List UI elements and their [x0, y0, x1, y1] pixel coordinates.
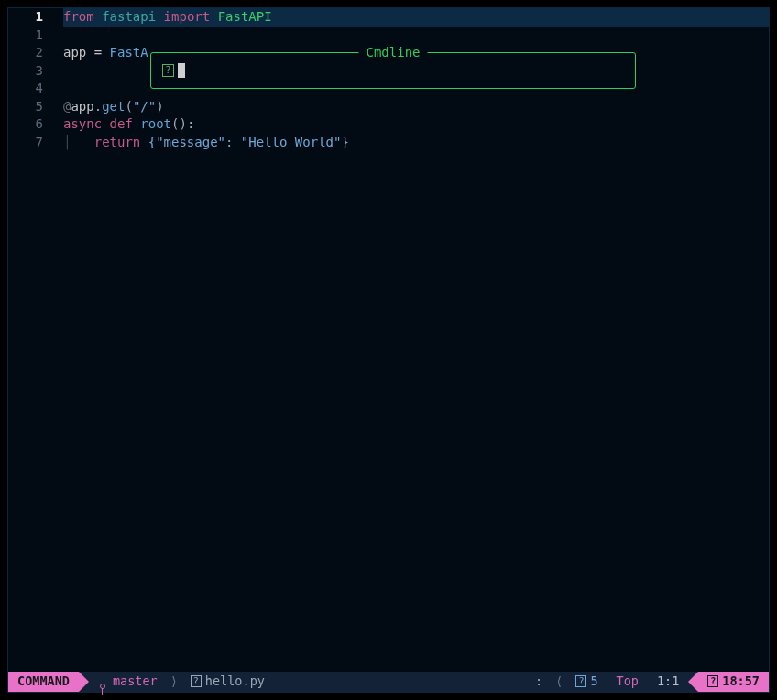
clock-icon: ? — [707, 675, 718, 687]
code-line[interactable]: async def root(): — [63, 115, 769, 134]
status-scroll-position: Top — [607, 672, 648, 692]
line-number-gutter: 1 1 2 3 4 5 6 7 — [8, 8, 52, 672]
separator-icon: ⟩ — [167, 672, 181, 692]
line-number: 5 — [8, 98, 43, 116]
code-line[interactable]: from fastapi import FastAPI — [63, 8, 769, 27]
status-line-col: 1:1 — [648, 672, 688, 692]
cmdline-title: Cmdline — [358, 44, 427, 62]
clock-time: 18:57 — [722, 673, 760, 691]
line-number: 7 — [8, 134, 43, 152]
separator-icon: ⟨ — [552, 672, 566, 692]
cmdline-cursor — [178, 63, 185, 78]
separator-icon — [688, 672, 698, 692]
code-line[interactable] — [63, 27, 769, 45]
diagnostic-count: 5 — [590, 673, 597, 691]
status-line: COMMAND master ⟩ ? hello.py : ⟨ ? 5 Top … — [8, 672, 769, 692]
code-line[interactable]: │ return {"message": "Hello World"} — [63, 134, 769, 152]
filetype-icon: ? — [191, 675, 202, 687]
status-file[interactable]: ? hello.py — [181, 672, 274, 692]
status-file-name: hello.py — [205, 673, 265, 691]
separator-icon — [79, 672, 89, 692]
status-git-branch[interactable]: master — [89, 672, 167, 692]
status-mode: COMMAND — [8, 672, 79, 692]
line-number: 1 — [8, 27, 43, 45]
line-number: 4 — [8, 80, 43, 98]
status-spacer — [274, 672, 526, 692]
diagnostic-icon: ? — [575, 675, 586, 687]
status-diagnostics[interactable]: ? 5 — [566, 672, 607, 692]
line-number: 3 — [8, 62, 43, 81]
editor-viewport[interactable]: 1 1 2 3 4 5 6 7 from fastapi import Fast… — [8, 8, 769, 672]
status-clock: ? 18:57 — [698, 672, 769, 692]
editor-frame: 1 1 2 3 4 5 6 7 from fastapi import Fast… — [7, 7, 770, 693]
line-number: 1 — [8, 8, 43, 27]
status-cmd-indicator: : — [526, 672, 552, 692]
cmdline-window[interactable]: Cmdline ? — [150, 52, 636, 89]
cmdline-prompt-icon: ? — [162, 64, 174, 77]
line-number: 2 — [8, 44, 43, 62]
line-number: 6 — [8, 115, 43, 134]
code-line[interactable]: @app.get("/") — [63, 98, 769, 116]
git-branch-name: master — [113, 673, 158, 691]
